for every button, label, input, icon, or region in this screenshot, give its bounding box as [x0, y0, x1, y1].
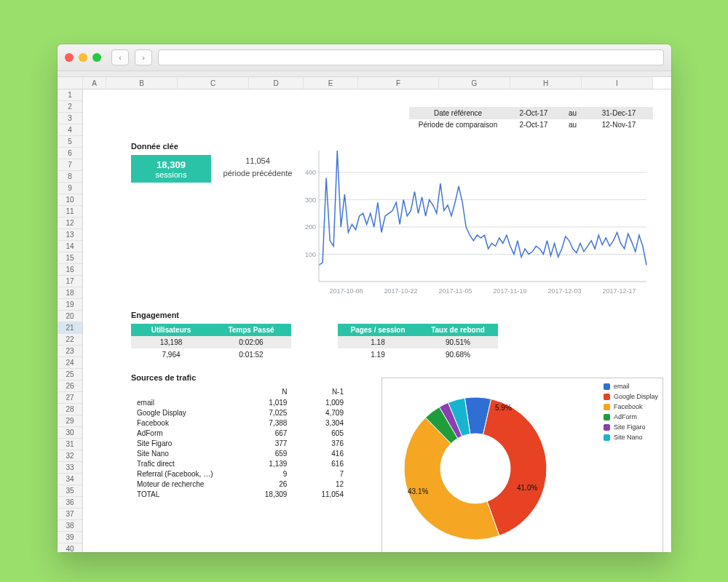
row-5[interactable]: 5 [58, 136, 82, 148]
date-au-1: au [561, 107, 585, 119]
svg-text:100: 100 [305, 251, 316, 258]
row-19[interactable]: 19 [58, 299, 82, 311]
col-G[interactable]: G [439, 77, 510, 89]
row-3[interactable]: 3 [58, 113, 82, 124]
engagement-table-left: Utilisateurs Temps Passé 13,198 0:02:06 … [131, 324, 291, 361]
svg-text:2017-12-17: 2017-12-17 [602, 287, 636, 295]
back-button[interactable]: ‹ [111, 49, 129, 65]
row-30[interactable]: 30 [58, 427, 82, 439]
section-sources-title: Sources de trafic [131, 373, 196, 382]
sheet-canvas[interactable]: Date référence 2-Oct-17 au 31-Dec-17 Pér… [83, 89, 671, 552]
row-29[interactable]: 29 [58, 415, 82, 427]
section-key-metric-title: Donnée clée [131, 142, 178, 151]
kpi-prev-label: période précédente [218, 167, 298, 180]
sessions-line-chart: 1002003004002017-10-082017-10-222017-11-… [296, 145, 652, 298]
source-row: Site Nano 659 416 [131, 448, 349, 458]
row-33[interactable]: 33 [58, 462, 82, 474]
date-au-2: au [561, 119, 585, 130]
legend-swatch-icon [604, 404, 610, 410]
row-4[interactable]: 4 [58, 124, 82, 136]
titlebar: ‹ › [58, 44, 671, 71]
forward-button[interactable]: › [135, 49, 152, 65]
row-37[interactable]: 37 [58, 509, 82, 520]
row-34[interactable]: 34 [58, 474, 82, 485]
kpi-current: 18,309 sessions [131, 155, 211, 183]
date-ref-to: 31-Dec-17 [585, 107, 653, 119]
eng-right-h2: Taux de rebond [418, 324, 498, 336]
col-A[interactable]: A [83, 77, 106, 89]
close-icon[interactable] [65, 53, 74, 62]
svg-text:300: 300 [305, 196, 316, 204]
row-21[interactable]: 21 [58, 322, 82, 334]
minimize-icon[interactable] [79, 53, 87, 62]
date-cmp-to: 12-Nov-17 [585, 119, 653, 130]
window-controls [65, 53, 101, 62]
col-D[interactable]: D [249, 77, 304, 89]
row-13[interactable]: 13 [58, 229, 82, 241]
row-35[interactable]: 35 [58, 485, 82, 497]
col-I[interactable]: I [582, 77, 653, 89]
row-10[interactable]: 10 [58, 194, 82, 206]
legend-item: Facebook [604, 403, 658, 410]
row-17[interactable]: 17 [58, 276, 82, 287]
eng-left-r2c2: 0:01:52 [211, 348, 291, 361]
row-26[interactable]: 26 [58, 380, 82, 392]
source-row: AdForm 667 605 [131, 428, 349, 438]
row-20[interactable]: 20 [58, 311, 82, 322]
row-23[interactable]: 23 [58, 346, 82, 357]
eng-right-h1: Pages / session [338, 324, 418, 336]
row-9[interactable]: 9 [58, 183, 82, 194]
donut-slice-label: 41.0% [517, 484, 537, 492]
col-C[interactable]: C [178, 77, 249, 89]
section-engagement-title: Engagement [131, 311, 179, 319]
row-16[interactable]: 16 [58, 264, 82, 276]
row-7[interactable]: 7 [58, 159, 82, 171]
row-27[interactable]: 27 [58, 392, 82, 404]
source-row: Trafic direct 1,139 616 [131, 458, 349, 469]
date-ref-label: Date référence [409, 107, 507, 119]
spreadsheet: A B C D E F G H I 1234567891011121314151… [58, 77, 671, 552]
row-38[interactable]: 38 [58, 520, 82, 532]
select-all-corner[interactable] [58, 77, 83, 89]
row-1[interactable]: 1 [58, 89, 82, 101]
address-bar[interactable] [158, 49, 664, 65]
row-8[interactable]: 8 [58, 171, 82, 183]
row-22[interactable]: 22 [58, 334, 82, 346]
eng-left-r1c1: 13,198 [131, 336, 211, 348]
donut-legend: emailGoogle DisplayFacebookAdFormSite Fi… [604, 383, 658, 444]
source-row: Referral (Facebook, …) 9 7 [131, 469, 349, 479]
legend-swatch-icon [604, 434, 610, 441]
row-36[interactable]: 36 [58, 497, 82, 509]
legend-item: Site Nano [604, 434, 658, 441]
date-ref-from: 2-Oct-17 [507, 107, 561, 119]
row-headers: 1234567891011121314151617181920212223242… [58, 89, 83, 552]
col-F[interactable]: F [358, 77, 439, 89]
row-12[interactable]: 12 [58, 218, 82, 229]
row-2[interactable]: 2 [58, 101, 82, 113]
row-14[interactable]: 14 [58, 241, 82, 252]
svg-text:2017-10-08: 2017-10-08 [329, 287, 363, 295]
row-15[interactable]: 15 [58, 252, 82, 264]
row-25[interactable]: 25 [58, 369, 82, 380]
donut-slice-label: 5.9% [495, 404, 512, 412]
row-31[interactable]: 31 [58, 439, 82, 450]
row-39[interactable]: 39 [58, 532, 82, 543]
col-B[interactable]: B [106, 77, 178, 89]
row-18[interactable]: 18 [58, 287, 82, 299]
col-E[interactable]: E [304, 77, 358, 89]
row-28[interactable]: 28 [58, 404, 82, 415]
row-11[interactable]: 11 [58, 206, 82, 218]
zoom-icon[interactable] [92, 53, 101, 62]
row-6[interactable]: 6 [58, 148, 82, 159]
row-24[interactable]: 24 [58, 357, 82, 369]
row-32[interactable]: 32 [58, 450, 82, 462]
legend-swatch-icon [604, 424, 610, 431]
eng-left-h1: Utilisateurs [131, 324, 211, 336]
eng-right-r2c1: 1.19 [338, 348, 418, 361]
col-H[interactable]: H [510, 77, 582, 89]
row-40[interactable]: 40 [58, 543, 82, 552]
donut-slice-label: 43.1% [408, 487, 428, 495]
kpi-unit: sessions [131, 170, 211, 179]
date-range-box: Date référence 2-Oct-17 au 31-Dec-17 Pér… [409, 107, 653, 130]
legend-swatch-icon [604, 383, 610, 390]
